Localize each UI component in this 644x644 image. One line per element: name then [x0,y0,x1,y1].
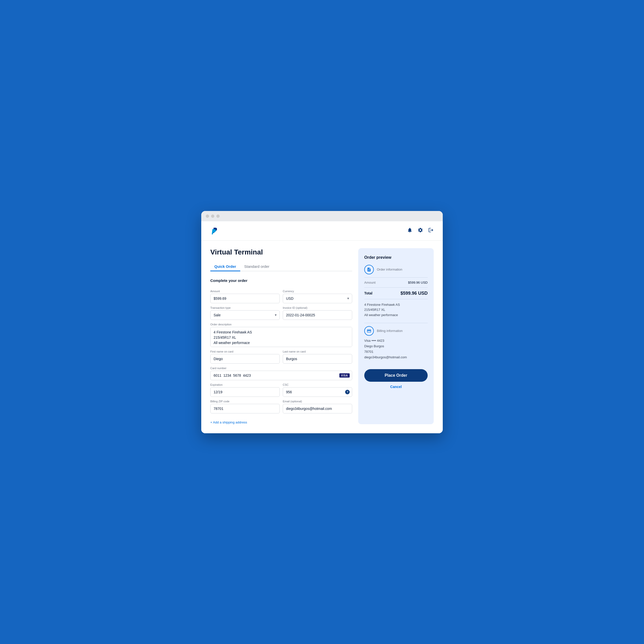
order-form: Complete your order Amount Currency USD [210,278,352,424]
desc-line3: All weather performace [364,313,428,318]
order-info-divider [364,277,428,278]
paypal-logo [210,226,219,236]
transaction-invoice-row: Transaction type Sale ▼ Invoice ID (opti… [210,306,352,320]
card-number-label: Card number [210,367,352,370]
order-info-section: Order information Amount $599.96 USD Tot… [364,265,428,318]
browser-dot-red [206,214,209,218]
card-number-field: Card number VISA [210,367,352,380]
browser-titlebar [201,211,443,221]
csc-help-icon[interactable]: ? [345,390,350,394]
invoice-id-input[interactable] [283,310,352,320]
add-shipping-link[interactable]: + Add a shipping address [210,420,352,424]
left-panel: Virtual Terminal Quick Order Standard or… [210,248,352,424]
csc-field: CSC ? [283,383,352,397]
transaction-type-label: Transaction type [210,306,280,309]
expiration-label: Expiration [210,383,280,386]
expiry-csc-row: Expiration CSC ? [210,383,352,397]
logout-icon[interactable] [428,227,434,234]
last-name-field: Last name on card [283,350,352,364]
order-preview-panel: Order preview Order information Amount $… [358,248,434,424]
csc-input[interactable] [283,387,352,397]
transaction-type-select[interactable]: Sale [210,310,280,320]
order-info-header: Order information [364,265,428,274]
currency-label: Currency [283,290,352,293]
billing-info-section: Billing information Visa •••• 4423 Diego… [364,323,428,360]
desc-line2: 215/45R17 XL [364,307,428,313]
gear-icon[interactable] [418,227,423,234]
card-number-wrapper: VISA [210,371,352,380]
amount-label: Amount [210,290,280,293]
first-name-input[interactable] [210,354,280,364]
transaction-type-wrapper: Sale ▼ [210,310,280,320]
order-description-label: Order description [210,323,352,326]
first-name-field: First name on card [210,350,280,364]
desc-divider [364,299,428,299]
billing-zip-field: Billing ZIP code [210,400,280,413]
header-icons [407,227,434,234]
page-title: Virtual Terminal [210,248,352,256]
zip-email-row: Billing ZIP code Email (optional) [210,400,352,413]
cancel-button[interactable]: Cancel [364,385,428,389]
card-number-input[interactable] [210,371,352,380]
app-header [201,221,443,241]
order-description-preview: 4 Firestone Firehawk AS 215/45R17 XL All… [364,302,428,318]
bell-icon[interactable] [407,227,413,234]
email-label: Email (optional) [283,400,352,403]
order-description-input[interactable]: 4 Firestone Firehawk AS 215/45R17 XL All… [210,327,352,347]
billing-zip-label: Billing ZIP code [210,400,280,403]
currency-select[interactable]: USD [283,294,352,303]
order-info-label: Order information [377,268,402,271]
billing-zip-input[interactable] [210,404,280,413]
amount-preview-row: Amount $599.96 USD [364,281,428,284]
total-divider [364,287,428,288]
billing-name: Diego Burgos [364,344,428,349]
email-input[interactable] [283,404,352,413]
total-preview-row: Total $599.96 USD [364,291,428,296]
invoice-id-label: Invoice ID (optional) [283,306,352,309]
place-order-button[interactable]: Place Order [364,369,428,382]
billing-info-header: Billing information [364,326,428,336]
amount-field: Amount [210,290,280,303]
amount-input[interactable] [210,294,280,303]
billing-info-label: Billing information [377,329,403,333]
billing-details: Diego Burgos 78701 diego34burgos@hotmail… [364,344,428,360]
expiration-input[interactable] [210,387,280,397]
currency-select-wrapper: USD ▼ [283,294,352,303]
amount-preview-label: Amount [364,281,376,284]
name-row: First name on card Last name on card [210,350,352,364]
total-preview-label: Total [364,291,372,295]
app-container: Virtual Terminal Quick Order Standard or… [201,221,443,433]
transaction-type-field: Transaction type Sale ▼ [210,306,280,320]
billing-email: diego34burgos@hotmail.com [364,355,428,360]
csc-wrapper: ? [283,387,352,397]
first-name-label: First name on card [210,350,280,353]
csc-label: CSC [283,383,352,386]
tab-standard-order[interactable]: Standard order [240,262,273,271]
order-preview-title: Order preview [364,255,428,260]
desc-line1: 4 Firestone Firehawk AS [364,302,428,308]
expiration-field: Expiration [210,383,280,397]
form-section-title: Complete your order [210,278,352,283]
total-preview-value: $599.96 USD [401,291,428,296]
card-display: Visa •••• 4423 [364,339,428,342]
billing-info-icon [364,326,374,336]
order-info-icon [364,265,374,274]
last-name-input[interactable] [283,354,352,364]
order-description-field: Order description 4 Firestone Firehawk A… [210,323,352,347]
browser-window: Virtual Terminal Quick Order Standard or… [201,211,443,433]
amount-currency-row: Amount Currency USD ▼ [210,290,352,303]
amount-preview-value: $599.96 USD [408,281,428,284]
tab-quick-order[interactable]: Quick Order [210,262,240,271]
browser-dot-yellow [211,214,214,218]
invoice-id-field: Invoice ID (optional) [283,306,352,320]
email-field: Email (optional) [283,400,352,413]
billing-zip: 78701 [364,349,428,355]
currency-field: Currency USD ▼ [283,290,352,303]
visa-badge: VISA [340,373,350,377]
browser-dot-green [216,214,220,218]
app-content: Virtual Terminal Quick Order Standard or… [201,241,443,433]
tabs: Quick Order Standard order [210,262,352,271]
last-name-label: Last name on card [283,350,352,353]
